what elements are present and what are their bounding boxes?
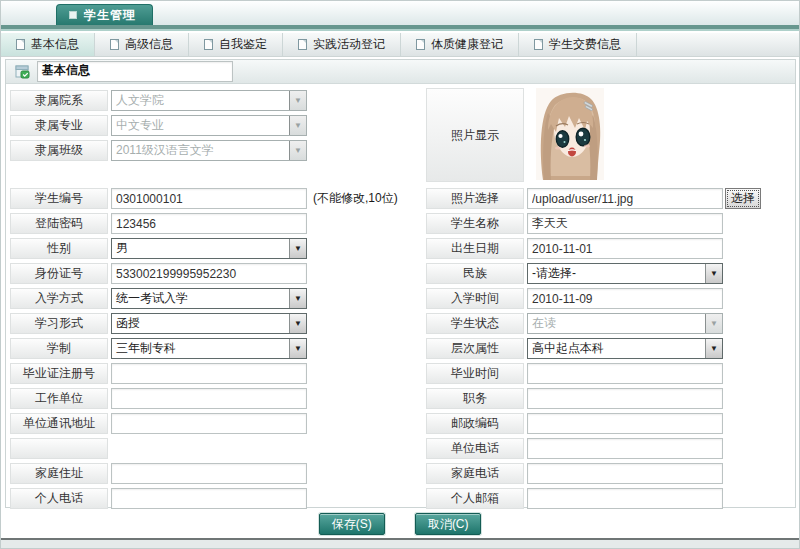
form-row: 学生名称: [426, 211, 792, 236]
tab-practice-activity[interactable]: 实践活动登记: [283, 33, 401, 56]
form-row: 毕业证注册号: [10, 361, 422, 386]
affiliation-college-select: 人文学院 ▼: [111, 90, 307, 111]
content-panel: 基本信息 隶属院系 人文学院 ▼ 隶属专业 中文专业 ▼ 隶属班级: [5, 59, 796, 508]
gender-select[interactable]: 男 ▼: [111, 238, 307, 259]
document-icon: [534, 39, 543, 50]
photo-select-button[interactable]: 选择: [725, 188, 761, 209]
document-icon: [110, 39, 119, 50]
form-left-column: 隶属院系 人文学院 ▼ 隶属专业 中文专业 ▼ 隶属班级 2011级汉语言文学 …: [10, 88, 422, 511]
tab-label: 体质健康登记: [431, 36, 503, 53]
job-title-input[interactable]: [527, 388, 723, 409]
dropdown-arrow-icon: ▼: [289, 289, 306, 308]
form-row: 邮政编码: [426, 411, 792, 436]
study-form-select[interactable]: 函授 ▼: [111, 313, 307, 334]
section-title: 基本信息: [37, 61, 233, 82]
home-address-label: 家庭住址: [10, 463, 108, 484]
affiliation-class-value: 2011级汉语言文学: [112, 141, 289, 160]
home-phone-label: 家庭电话: [426, 463, 524, 484]
personal-phone-input[interactable]: [111, 488, 307, 509]
personal-phone-label: 个人电话: [10, 488, 108, 509]
student-management-window: 学生管理 基本信息 高级信息 自我鉴定 实践活动登记 体质健康登记 学生交费信息: [0, 0, 800, 549]
document-icon: [204, 39, 213, 50]
enrollment-method-label: 入学方式: [10, 288, 108, 309]
study-form-value: 函授: [112, 314, 289, 333]
student-status-select: 在读 ▼: [527, 313, 723, 334]
work-unit-input[interactable]: [111, 388, 307, 409]
level-attribute-select[interactable]: 高中起点本科 ▼: [527, 338, 723, 359]
dropdown-arrow-icon: ▼: [705, 314, 722, 333]
dropdown-arrow-icon: ▼: [705, 264, 722, 283]
home-address-input[interactable]: [111, 463, 307, 484]
dropdown-arrow-icon: ▼: [289, 314, 306, 333]
form-row: 隶属班级 2011级汉语言文学 ▼: [10, 138, 422, 163]
save-button[interactable]: 保存(S): [319, 513, 385, 535]
student-name-input[interactable]: [527, 213, 723, 234]
id-card-input[interactable]: [111, 263, 307, 284]
home-phone-input[interactable]: [527, 463, 723, 484]
document-icon: [416, 39, 425, 50]
gender-value: 男: [112, 239, 289, 258]
student-id-note: (不能修改,10位): [313, 190, 398, 207]
student-name-label: 学生名称: [426, 213, 524, 234]
enrollment-date-input[interactable]: [527, 288, 723, 309]
login-password-input[interactable]: [111, 213, 307, 234]
tab-label: 自我鉴定: [219, 36, 267, 53]
id-card-label: 身份证号: [10, 263, 108, 284]
form-row: 工作单位: [10, 386, 422, 411]
affiliation-major-label: 隶属专业: [10, 115, 108, 136]
dropdown-arrow-icon: ▼: [289, 116, 306, 135]
schooling-length-value: 三年制专科: [112, 339, 289, 358]
tab-label: 学生交费信息: [549, 36, 621, 53]
work-address-input[interactable]: [111, 413, 307, 434]
form-row: 个人电话: [10, 486, 422, 511]
form-row: 隶属专业 中文专业 ▼: [10, 113, 422, 138]
schooling-length-select[interactable]: 三年制专科 ▼: [111, 338, 307, 359]
module-title-tab[interactable]: 学生管理: [56, 4, 153, 25]
affiliation-major-value: 中文专业: [112, 116, 289, 135]
level-attribute-value: 高中起点本科: [528, 339, 705, 358]
affiliation-college-label: 隶属院系: [10, 90, 108, 111]
dropdown-arrow-icon: ▼: [289, 141, 306, 160]
diploma-reg-input[interactable]: [111, 363, 307, 384]
ethnicity-select[interactable]: -请选择- ▼: [527, 263, 723, 284]
form-row: 学生状态 在读 ▼: [426, 311, 792, 336]
form-row: 学制 三年制专科 ▼: [10, 336, 422, 361]
tab-physical-health[interactable]: 体质健康登记: [401, 33, 519, 56]
photo-path-input[interactable]: [527, 188, 723, 209]
graduation-date-input[interactable]: [527, 363, 723, 384]
form-row: 学习形式 函授 ▼: [10, 311, 422, 336]
form-row: 家庭电话: [426, 461, 792, 486]
ethnicity-value: -请选择-: [528, 264, 705, 283]
tab-basic-info[interactable]: 基本信息: [1, 33, 95, 56]
study-form-label: 学习形式: [10, 313, 108, 334]
form-row: 单位电话: [426, 436, 792, 461]
work-phone-input[interactable]: [527, 438, 723, 459]
tab-bar: 基本信息 高级信息 自我鉴定 实践活动登记 体质健康登记 学生交费信息: [1, 33, 799, 57]
tab-self-assessment[interactable]: 自我鉴定: [189, 33, 283, 56]
postal-code-input[interactable]: [527, 413, 723, 434]
work-address-label: 单位通讯地址: [10, 413, 108, 434]
tab-tuition-info[interactable]: 学生交费信息: [519, 33, 637, 56]
form-row: 入学方式 统一考试入学 ▼: [10, 286, 422, 311]
form-row: 个人邮箱: [426, 486, 792, 511]
enrollment-method-select[interactable]: 统一考试入学 ▼: [111, 288, 307, 309]
form-row: 隶属院系 人文学院 ▼: [10, 88, 422, 113]
tab-advanced-info[interactable]: 高级信息: [95, 33, 189, 56]
form-row: 学生编号 (不能修改,10位): [10, 186, 422, 211]
student-id-input[interactable]: [111, 188, 307, 209]
form-row: 登陆密码: [10, 211, 422, 236]
postal-code-label: 邮政编码: [426, 413, 524, 434]
schooling-length-label: 学制: [10, 338, 108, 359]
cancel-button[interactable]: 取消(C): [415, 513, 481, 535]
tab-label: 实践活动登记: [313, 36, 385, 53]
dropdown-arrow-icon: ▼: [705, 339, 722, 358]
birth-date-input[interactable]: [527, 238, 723, 259]
job-title-label: 职务: [426, 388, 524, 409]
affiliation-college-value: 人文学院: [112, 91, 289, 110]
form-row: 单位通讯地址: [10, 411, 422, 436]
personal-email-input[interactable]: [527, 488, 723, 509]
button-bar: 保存(S) 取消(C): [1, 513, 799, 535]
form-row: 照片选择 选择: [426, 186, 792, 211]
form-row: 民族 -请选择- ▼: [426, 261, 792, 286]
photo-display-label: 照片显示: [426, 88, 524, 182]
